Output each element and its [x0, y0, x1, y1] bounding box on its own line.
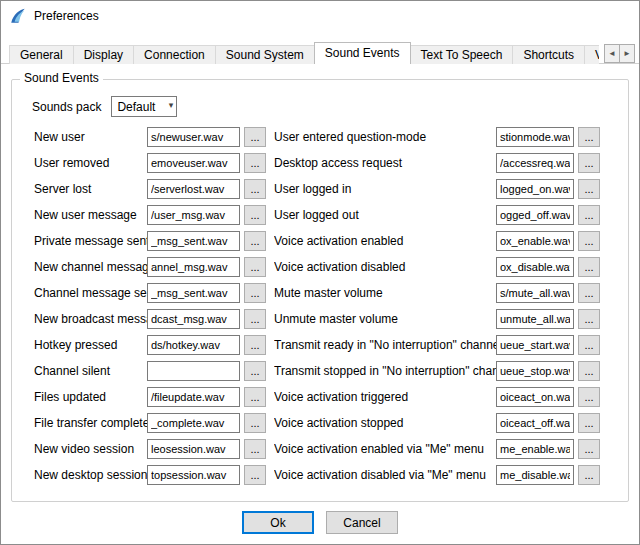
browse-button[interactable]: ... — [578, 231, 600, 251]
sound-event-row: Transmit stopped in "No interruption" ch… — [274, 358, 600, 384]
tab-strip: GeneralDisplayConnectionSound SystemSoun… — [9, 42, 599, 64]
tab-scroll-buttons: ◄ ► — [604, 44, 635, 63]
tab-display[interactable]: Display — [73, 45, 134, 64]
browse-button[interactable]: ... — [244, 387, 266, 407]
browse-button[interactable]: ... — [244, 309, 266, 329]
browse-button[interactable]: ... — [244, 231, 266, 251]
sound-file-input[interactable] — [147, 179, 240, 199]
sound-file-input[interactable] — [496, 153, 574, 173]
sound-file-input[interactable] — [496, 257, 574, 277]
browse-button[interactable]: ... — [244, 153, 266, 173]
sound-event-row: Desktop access request ... — [274, 150, 600, 176]
sound-file-input[interactable] — [496, 231, 574, 251]
browse-button[interactable]: ... — [244, 439, 266, 459]
browse-button[interactable]: ... — [578, 309, 600, 329]
tab-sound-events[interactable]: Sound Events — [314, 42, 411, 64]
browse-button[interactable]: ... — [578, 179, 600, 199]
sound-file-input[interactable] — [496, 361, 574, 381]
browse-button[interactable]: ... — [578, 439, 600, 459]
tab-scroll-right-icon[interactable]: ► — [619, 44, 635, 63]
browse-button[interactable]: ... — [578, 205, 600, 225]
sound-file-input[interactable] — [496, 413, 574, 433]
sound-file-input[interactable] — [496, 335, 574, 355]
sound-file-input[interactable] — [147, 231, 240, 251]
sounds-pack-value: Default — [117, 100, 155, 114]
browse-button[interactable]: ... — [578, 127, 600, 147]
cancel-button[interactable]: Cancel — [326, 511, 398, 534]
sound-event-label: Voice activation triggered — [274, 390, 496, 404]
sound-event-row: Files updated ... — [34, 384, 288, 410]
browse-button[interactable]: ... — [578, 387, 600, 407]
browse-button[interactable]: ... — [578, 361, 600, 381]
sound-event-label: New desktop session — [34, 468, 147, 482]
sound-file-input[interactable] — [496, 205, 574, 225]
tab-connection[interactable]: Connection — [133, 45, 216, 64]
sound-event-row: Voice activation disabled via "Me" menu … — [274, 462, 600, 488]
sound-file-input[interactable] — [496, 127, 574, 147]
sound-file-input[interactable] — [147, 205, 240, 225]
sound-file-input[interactable] — [147, 153, 240, 173]
sound-file-input[interactable] — [496, 439, 574, 459]
browse-button[interactable]: ... — [244, 283, 266, 303]
sound-file-input[interactable] — [496, 465, 574, 485]
sound-event-row: Voice activation enabled ... — [274, 228, 600, 254]
sounds-pack-row: Sounds pack Default ▾ — [32, 96, 177, 117]
sounds-pack-select[interactable]: Default ▾ — [111, 96, 177, 117]
tab-sound-system[interactable]: Sound System — [215, 45, 315, 64]
sound-file-input[interactable] — [147, 309, 240, 329]
sound-file-input[interactable] — [147, 439, 240, 459]
sound-file-input[interactable] — [147, 335, 240, 355]
sound-event-label: Voice activation disabled via "Me" menu — [274, 468, 496, 482]
browse-button[interactable]: ... — [578, 413, 600, 433]
window-title: Preferences — [34, 9, 99, 23]
tab-text-to-speech[interactable]: Text To Speech — [410, 45, 514, 64]
sound-file-input[interactable] — [147, 465, 240, 485]
browse-button[interactable]: ... — [244, 257, 266, 277]
tab-general[interactable]: General — [9, 45, 74, 64]
browse-button[interactable]: ... — [244, 361, 266, 381]
sound-file-input[interactable] — [147, 361, 240, 381]
sound-file-input[interactable] — [147, 387, 240, 407]
sound-file-input[interactable] — [496, 387, 574, 407]
sound-event-label: Hotkey pressed — [34, 338, 147, 352]
sound-events-group: Sound Events Sounds pack Default ▾ New u… — [11, 79, 629, 502]
sound-event-row: New channel message ... — [34, 254, 288, 280]
sound-event-label: Transmit ready in "No interruption" chan… — [274, 338, 496, 352]
tab-shortcuts[interactable]: Shortcuts — [512, 45, 585, 64]
ok-button[interactable]: Ok — [242, 511, 314, 534]
sound-file-input[interactable] — [147, 127, 240, 147]
sound-event-row: New user message ... — [34, 202, 288, 228]
title-bar: Preferences — [1, 1, 639, 31]
sound-event-row: Voice activation stopped ... — [274, 410, 600, 436]
sound-file-input[interactable] — [496, 283, 574, 303]
preferences-dialog: Preferences GeneralDisplayConnectionSoun… — [0, 0, 640, 545]
dialog-buttons: Ok Cancel — [1, 511, 639, 534]
sound-event-row: New desktop session ... — [34, 462, 288, 488]
sound-event-label: User removed — [34, 156, 147, 170]
sound-event-label: New user message — [34, 208, 147, 222]
sound-file-input[interactable] — [147, 283, 240, 303]
sound-file-input[interactable] — [147, 257, 240, 277]
browse-button[interactable]: ... — [244, 413, 266, 433]
browse-button[interactable]: ... — [578, 465, 600, 485]
sound-file-input[interactable] — [496, 179, 574, 199]
sound-event-label: Voice activation enabled — [274, 234, 496, 248]
browse-button[interactable]: ... — [578, 153, 600, 173]
browse-button[interactable]: ... — [244, 127, 266, 147]
browse-button[interactable]: ... — [578, 283, 600, 303]
browse-button[interactable]: ... — [578, 257, 600, 277]
browse-button[interactable]: ... — [244, 179, 266, 199]
browse-button[interactable]: ... — [244, 465, 266, 485]
browse-button[interactable]: ... — [578, 335, 600, 355]
sound-event-label: Private message sent — [34, 234, 147, 248]
tab-scroll-left-icon[interactable]: ◄ — [604, 44, 620, 63]
sound-event-row: User removed ... — [34, 150, 288, 176]
app-logo-icon — [9, 7, 27, 25]
sound-file-input[interactable] — [147, 413, 240, 433]
sound-event-label: Mute master volume — [274, 286, 496, 300]
sound-file-input[interactable] — [496, 309, 574, 329]
browse-button[interactable]: ... — [244, 205, 266, 225]
sound-event-row: Channel silent ... — [34, 358, 288, 384]
tab-video[interactable]: Video — [584, 45, 599, 64]
browse-button[interactable]: ... — [244, 335, 266, 355]
